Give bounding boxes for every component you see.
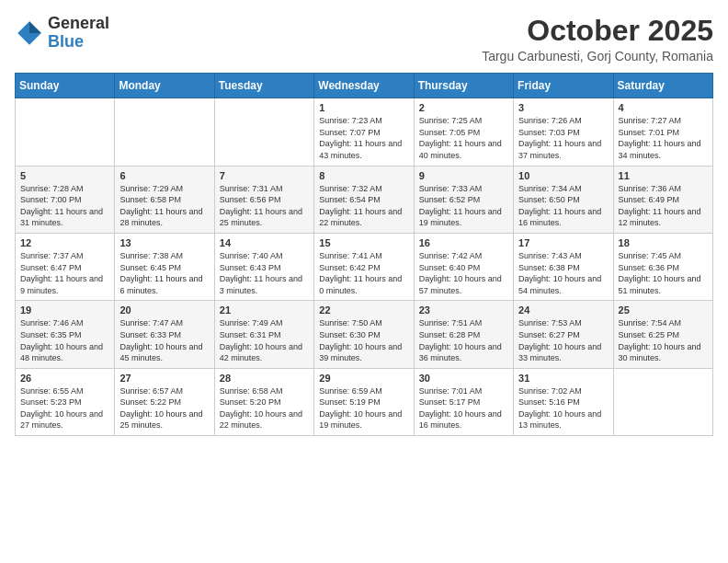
day-number: 23 [419, 304, 508, 316]
calendar-cell: 27Sunrise: 6:57 AM Sunset: 5:22 PM Dayli… [115, 368, 214, 435]
day-info: Sunrise: 7:33 AM Sunset: 6:52 PM Dayligh… [419, 183, 508, 229]
day-info: Sunrise: 7:29 AM Sunset: 6:58 PM Dayligh… [119, 183, 209, 229]
calendar-cell [613, 368, 712, 435]
calendar-week-1: 1Sunrise: 7:23 AM Sunset: 7:07 PM Daylig… [16, 98, 713, 166]
calendar-cell: 21Sunrise: 7:49 AM Sunset: 6:31 PM Dayli… [214, 301, 313, 368]
logo: General Blue [15, 15, 109, 52]
calendar-cell: 12Sunrise: 7:37 AM Sunset: 6:47 PM Dayli… [16, 233, 115, 300]
day-info: Sunrise: 6:58 AM Sunset: 5:20 PM Dayligh… [220, 385, 309, 431]
day-number: 18 [619, 237, 708, 248]
day-info: Sunrise: 7:31 AM Sunset: 6:56 PM Dayligh… [220, 183, 309, 229]
day-number: 15 [319, 237, 408, 248]
calendar-cell [214, 98, 313, 166]
svg-marker-1 [29, 21, 41, 33]
day-info: Sunrise: 6:59 AM Sunset: 5:19 PM Dayligh… [319, 385, 408, 431]
day-info: Sunrise: 7:34 AM Sunset: 6:50 PM Dayligh… [518, 183, 608, 229]
logo-general-text: General [48, 14, 109, 32]
day-number: 14 [220, 237, 309, 248]
calendar-cell: 23Sunrise: 7:51 AM Sunset: 6:28 PM Dayli… [414, 301, 513, 368]
day-info: Sunrise: 7:25 AM Sunset: 7:05 PM Dayligh… [419, 115, 508, 161]
calendar-cell: 16Sunrise: 7:42 AM Sunset: 6:40 PM Dayli… [414, 233, 513, 300]
calendar-cell: 22Sunrise: 7:50 AM Sunset: 6:30 PM Dayli… [314, 301, 414, 368]
day-info: Sunrise: 7:32 AM Sunset: 6:54 PM Dayligh… [319, 183, 408, 229]
calendar-cell [115, 98, 214, 166]
day-info: Sunrise: 7:02 AM Sunset: 5:16 PM Dayligh… [518, 385, 608, 431]
calendar-cell: 14Sunrise: 7:40 AM Sunset: 6:43 PM Dayli… [214, 233, 313, 300]
day-info: Sunrise: 7:37 AM Sunset: 6:47 PM Dayligh… [20, 250, 109, 296]
day-number: 17 [518, 237, 608, 248]
calendar-cell: 19Sunrise: 7:46 AM Sunset: 6:35 PM Dayli… [16, 301, 115, 368]
day-header-friday: Friday [514, 74, 613, 98]
day-number: 31 [518, 373, 608, 384]
day-info: Sunrise: 7:47 AM Sunset: 6:33 PM Dayligh… [119, 317, 209, 363]
calendar-cell: 10Sunrise: 7:34 AM Sunset: 6:50 PM Dayli… [514, 166, 613, 233]
day-info: Sunrise: 7:45 AM Sunset: 6:36 PM Dayligh… [619, 250, 708, 296]
calendar-cell: 30Sunrise: 7:01 AM Sunset: 5:17 PM Dayli… [414, 368, 513, 435]
day-header-saturday: Saturday [613, 74, 712, 98]
day-info: Sunrise: 7:41 AM Sunset: 6:42 PM Dayligh… [319, 250, 408, 296]
calendar-week-2: 5Sunrise: 7:28 AM Sunset: 7:00 PM Daylig… [16, 166, 713, 233]
day-info: Sunrise: 7:23 AM Sunset: 7:07 PM Dayligh… [319, 115, 408, 161]
day-number: 2 [419, 102, 508, 113]
day-number: 3 [518, 102, 608, 113]
day-info: Sunrise: 6:57 AM Sunset: 5:22 PM Dayligh… [119, 385, 209, 431]
day-info: Sunrise: 7:53 AM Sunset: 6:27 PM Dayligh… [518, 317, 608, 363]
day-info: Sunrise: 7:36 AM Sunset: 6:49 PM Dayligh… [619, 183, 708, 229]
day-number: 22 [319, 304, 408, 316]
calendar-cell: 2Sunrise: 7:25 AM Sunset: 7:05 PM Daylig… [414, 98, 513, 166]
calendar-week-4: 19Sunrise: 7:46 AM Sunset: 6:35 PM Dayli… [16, 301, 713, 368]
title-block: October 2025 Targu Carbunesti, Gorj Coun… [482, 15, 713, 63]
day-info: Sunrise: 7:50 AM Sunset: 6:30 PM Dayligh… [319, 317, 408, 363]
calendar-cell: 29Sunrise: 6:59 AM Sunset: 5:19 PM Dayli… [314, 368, 414, 435]
day-number: 6 [119, 170, 209, 181]
logo-icon [15, 18, 44, 48]
day-number: 13 [119, 237, 209, 248]
calendar-week-3: 12Sunrise: 7:37 AM Sunset: 6:47 PM Dayli… [16, 233, 713, 300]
calendar-cell: 28Sunrise: 6:58 AM Sunset: 5:20 PM Dayli… [214, 368, 313, 435]
day-number: 9 [419, 170, 508, 181]
day-info: Sunrise: 7:26 AM Sunset: 7:03 PM Dayligh… [518, 115, 608, 161]
day-header-monday: Monday [115, 74, 214, 98]
day-info: Sunrise: 7:28 AM Sunset: 7:00 PM Dayligh… [20, 183, 109, 229]
calendar-header-row: SundayMondayTuesdayWednesdayThursdayFrid… [16, 74, 713, 98]
day-header-thursday: Thursday [414, 74, 513, 98]
day-number: 10 [518, 170, 608, 181]
day-header-wednesday: Wednesday [314, 74, 414, 98]
calendar-cell: 13Sunrise: 7:38 AM Sunset: 6:45 PM Dayli… [115, 233, 214, 300]
day-number: 1 [319, 102, 408, 113]
day-info: Sunrise: 7:49 AM Sunset: 6:31 PM Dayligh… [220, 317, 309, 363]
calendar-cell: 4Sunrise: 7:27 AM Sunset: 7:01 PM Daylig… [613, 98, 712, 166]
page-header: General Blue October 2025 Targu Carbunes… [15, 15, 713, 63]
calendar-cell: 24Sunrise: 7:53 AM Sunset: 6:27 PM Dayli… [514, 301, 613, 368]
day-number: 7 [220, 170, 309, 181]
calendar-cell: 3Sunrise: 7:26 AM Sunset: 7:03 PM Daylig… [514, 98, 613, 166]
calendar-cell: 17Sunrise: 7:43 AM Sunset: 6:38 PM Dayli… [514, 233, 613, 300]
calendar-cell: 25Sunrise: 7:54 AM Sunset: 6:25 PM Dayli… [613, 301, 712, 368]
day-number: 4 [619, 102, 708, 113]
calendar-cell: 5Sunrise: 7:28 AM Sunset: 7:00 PM Daylig… [16, 166, 115, 233]
day-info: Sunrise: 7:54 AM Sunset: 6:25 PM Dayligh… [619, 317, 708, 363]
calendar-cell: 20Sunrise: 7:47 AM Sunset: 6:33 PM Dayli… [115, 301, 214, 368]
calendar-cell: 1Sunrise: 7:23 AM Sunset: 7:07 PM Daylig… [314, 98, 414, 166]
logo-blue-text: Blue [48, 32, 84, 51]
day-number: 24 [518, 304, 608, 316]
day-number: 30 [419, 373, 508, 384]
day-number: 27 [119, 373, 209, 384]
calendar-cell: 11Sunrise: 7:36 AM Sunset: 6:49 PM Dayli… [613, 166, 712, 233]
day-number: 16 [419, 237, 508, 248]
day-number: 11 [619, 170, 708, 181]
day-info: Sunrise: 7:42 AM Sunset: 6:40 PM Dayligh… [419, 250, 508, 296]
day-number: 26 [20, 373, 109, 384]
day-number: 21 [220, 304, 309, 316]
calendar-cell: 26Sunrise: 6:55 AM Sunset: 5:23 PM Dayli… [16, 368, 115, 435]
day-info: Sunrise: 7:43 AM Sunset: 6:38 PM Dayligh… [518, 250, 608, 296]
day-number: 25 [619, 304, 708, 316]
day-info: Sunrise: 7:46 AM Sunset: 6:35 PM Dayligh… [20, 317, 109, 363]
day-number: 28 [220, 373, 309, 384]
day-header-tuesday: Tuesday [214, 74, 313, 98]
day-number: 19 [20, 304, 109, 316]
calendar-week-5: 26Sunrise: 6:55 AM Sunset: 5:23 PM Dayli… [16, 368, 713, 435]
month-title: October 2025 [482, 15, 713, 47]
calendar-table: SundayMondayTuesdayWednesdayThursdayFrid… [15, 73, 713, 436]
day-number: 20 [119, 304, 209, 316]
